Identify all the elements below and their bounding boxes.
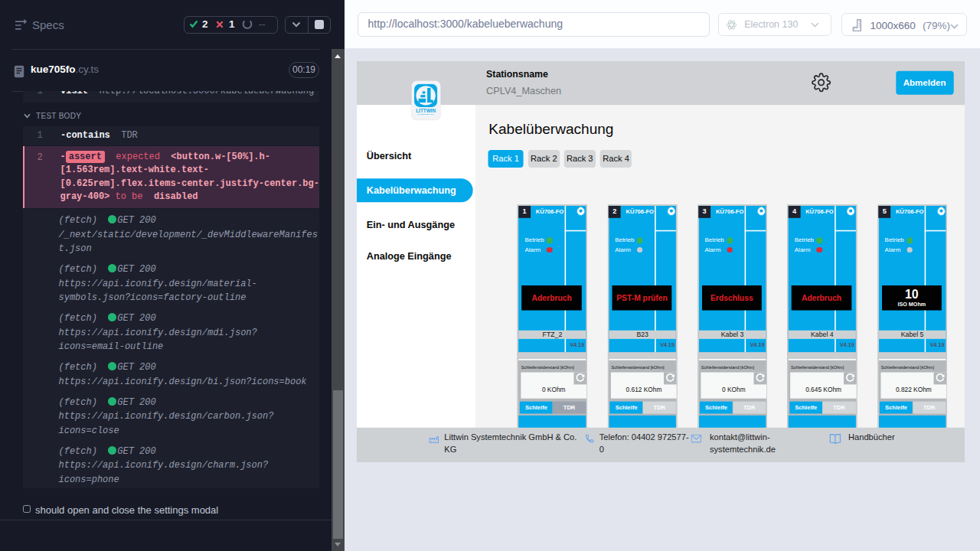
svg-text:SYSTEMTECHNIK: SYSTEMTECHNIK: [417, 113, 434, 115]
svg-text:LITTWIN: LITTWIN: [416, 108, 436, 113]
